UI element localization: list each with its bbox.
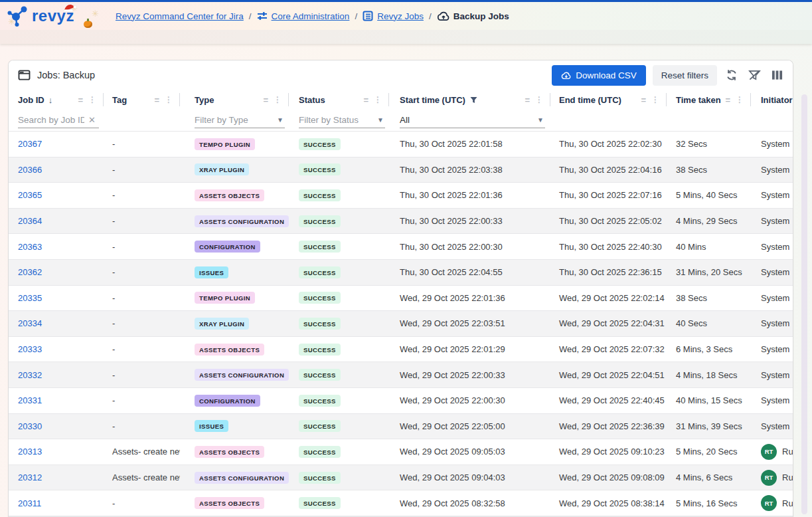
column-drag-icon[interactable]: =	[525, 95, 529, 105]
job-id-link[interactable]: 20311	[18, 498, 41, 508]
column-menu-icon[interactable]: ⋮	[165, 95, 173, 104]
table-row[interactable]: 20312Assets- create new- DASSETS CONFIGU…	[9, 465, 793, 491]
type-filter-select[interactable]: Filter by Type ▼	[195, 112, 285, 128]
job-id-link[interactable]: 20333	[18, 344, 42, 354]
column-drag-icon[interactable]: =	[154, 95, 159, 105]
column-menu-icon[interactable]: ⋮	[736, 95, 744, 104]
cell-time-taken: 6 Mins, 3 Secs	[667, 344, 751, 354]
cell-tag: -	[104, 293, 180, 303]
cell-type: ASSETS OBJECTS	[180, 446, 289, 458]
job-id-link[interactable]: 20363	[18, 242, 42, 252]
job-id-link[interactable]: 20365	[18, 190, 42, 200]
job-id-link[interactable]: 20335	[18, 293, 42, 303]
columns-icon[interactable]	[769, 67, 785, 83]
job-id-link[interactable]: 20334	[18, 318, 42, 328]
panel-title-text: Jobs: Backup	[37, 70, 95, 80]
cell-start: Wed, 29 Oct 2025 09:04:03	[389, 472, 550, 482]
status-badge: SUCCESS	[299, 163, 341, 175]
column-menu-icon[interactable]: ⋮	[374, 95, 382, 104]
type-badge: ASSETS CONFIGURATION	[195, 472, 289, 484]
cell-job-id: 20313	[9, 447, 104, 457]
initiator-name: Rup	[782, 472, 793, 482]
job-id-search-input[interactable]	[18, 115, 84, 125]
sparkles-icon: ✳	[8, 17, 15, 27]
table-row[interactable]: 20335-TEMPO PLUGINSUCCESSWed, 29 Oct 202…	[9, 286, 793, 312]
cell-time-taken: 40 Mins	[667, 242, 751, 252]
cell-job-id: 20312	[9, 472, 104, 482]
column-header-end-time[interactable]: End time (UTC) = ⋮	[550, 93, 667, 106]
table-row[interactable]: 20364-ASSETS CONFIGURATIONSUCCESSThu, 30…	[9, 209, 793, 235]
table-row[interactable]: 20363-CONFIGURATIONSUCCESSThu, 30 Oct 20…	[9, 234, 793, 260]
download-csv-button[interactable]: Download CSV	[552, 65, 646, 86]
cell-tag: -	[104, 318, 180, 328]
cell-end: Wed, 29 Oct 2025 22:07:32	[550, 344, 667, 354]
cell-end: Thu, 30 Oct 2025 22:07:16	[550, 190, 667, 200]
column-drag-icon[interactable]: =	[363, 95, 368, 105]
table-row[interactable]: 20333-ASSETS OBJECTSSUCCESSWed, 29 Oct 2…	[9, 337, 793, 363]
cloud-upload-icon	[437, 11, 449, 21]
cell-initiator: System	[751, 216, 793, 226]
column-drag-icon[interactable]: =	[725, 95, 730, 105]
cell-tag: -	[104, 498, 180, 508]
breadcrumb-backup-jobs: Backup Jobs	[437, 11, 509, 21]
cell-status: SUCCESS	[289, 369, 389, 381]
breadcrumb-revyz-jobs[interactable]: Revyz Jobs	[363, 11, 424, 21]
column-menu-icon[interactable]: ⋮	[651, 95, 659, 104]
table-row[interactable]: 20311-ASSETS OBJECTSSUCCESSWed, 29 Oct 2…	[9, 490, 793, 516]
cell-type: CONFIGURATION	[180, 241, 289, 253]
column-header-status[interactable]: Status = ⋮	[289, 93, 389, 106]
job-id-link[interactable]: 20313	[18, 447, 42, 457]
sort-desc-icon[interactable]: ↓	[48, 95, 53, 105]
column-drag-icon[interactable]: =	[641, 95, 645, 105]
status-filter-select[interactable]: Filter by Status ▼	[299, 112, 385, 128]
status-badge: SUCCESS	[299, 138, 341, 150]
refresh-icon[interactable]	[724, 67, 740, 83]
column-header-job-id[interactable]: Job ID ↓ = ⋮	[9, 93, 104, 106]
start-time-filter-select[interactable]: All ▼	[400, 112, 545, 128]
cell-job-id: 20362	[9, 267, 104, 277]
job-id-link[interactable]: 20366	[18, 165, 42, 175]
table-row[interactable]: 20313Assets- create new- DASSETS OBJECTS…	[9, 439, 793, 465]
column-drag-icon[interactable]: =	[78, 95, 82, 105]
job-id-link[interactable]: 20364	[18, 216, 42, 226]
column-header-tag[interactable]: Tag = ⋮	[104, 93, 180, 106]
column-menu-icon[interactable]: ⋮	[535, 95, 543, 104]
column-header-type[interactable]: Type = ⋮	[180, 93, 289, 106]
job-id-link[interactable]: 20330	[18, 421, 42, 431]
cell-time-taken: 4 Mins, 6 Secs	[667, 472, 751, 482]
column-header-time-taken[interactable]: Time taken = ⋮	[667, 93, 751, 106]
column-menu-icon[interactable]: ⋮	[274, 95, 282, 104]
cell-job-id: 20332	[9, 370, 104, 380]
table-row[interactable]: 20334-XRAY PLUGINSUCCESSWed, 29 Oct 2025…	[9, 311, 793, 337]
table-row[interactable]: 20366-XRAY PLUGINSUCCESSThu, 30 Oct 2025…	[9, 157, 793, 183]
table-row[interactable]: 20365-ASSETS OBJECTSSUCCESSThu, 30 Oct 2…	[9, 183, 793, 209]
table-row[interactable]: 20331-CONFIGURATIONSUCCESSWed, 29 Oct 20…	[9, 388, 793, 414]
vertical-scrollbar[interactable]	[801, 94, 807, 514]
filter-off-icon[interactable]	[746, 67, 762, 83]
table-row[interactable]: 20362-ISSUESSUCCESSThu, 30 Oct 2025 22:0…	[9, 260, 793, 286]
table-row[interactable]: 20330-ISSUESSUCCESSWed, 29 Oct 2025 22:0…	[9, 414, 793, 440]
clear-search-icon[interactable]: ✕	[88, 115, 96, 125]
job-id-link[interactable]: 20362	[18, 267, 42, 277]
table-row[interactable]: 20367-TEMPO PLUGINSUCCESSThu, 30 Oct 202…	[9, 132, 793, 157]
column-header-start-time[interactable]: Start time (UTC) = ⋮	[389, 93, 550, 106]
column-drag-icon[interactable]: =	[263, 95, 268, 105]
cell-initiator: System	[751, 267, 793, 277]
job-id-link[interactable]: 20367	[18, 139, 42, 149]
job-id-link[interactable]: 20332	[18, 370, 42, 380]
job-id-filter[interactable]: ✕	[18, 112, 99, 128]
job-id-link[interactable]: 20331	[18, 395, 42, 405]
breadcrumb-command-center[interactable]: Revyz Command Center for Jira	[116, 11, 244, 21]
breadcrumb-core-administration[interactable]: Core Administration	[257, 11, 350, 21]
job-id-link[interactable]: 20312	[18, 472, 42, 482]
cell-time-taken: 4 Mins, 18 Secs	[667, 370, 751, 380]
table-row[interactable]: 20332-ASSETS CONFIGURATIONSUCCESSWed, 29…	[9, 362, 793, 388]
cell-time-taken: 4 Mins, 29 Secs	[667, 216, 751, 226]
type-badge: CONFIGURATION	[195, 241, 260, 253]
reset-filters-button[interactable]: Reset filters	[653, 65, 717, 86]
status-badge: SUCCESS	[299, 344, 341, 356]
column-header-initiator[interactable]: Initiator = ⋮	[751, 93, 793, 106]
panel-title: Jobs: Backup	[18, 70, 95, 80]
column-menu-icon[interactable]: ⋮	[88, 95, 96, 104]
status-badge: SUCCESS	[299, 446, 341, 458]
